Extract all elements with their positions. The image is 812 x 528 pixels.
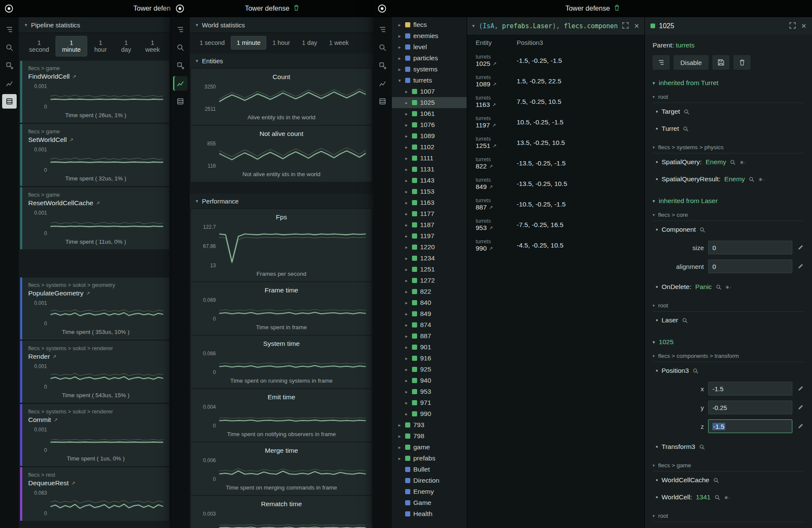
search-icon[interactable] (682, 318, 688, 323)
tree-item[interactable]: Direction (392, 475, 467, 486)
expand-icon[interactable] (404, 145, 409, 150)
component-group-header[interactable]: ▾ flecs > systems > physics (653, 144, 804, 153)
query-result-row[interactable]: turrets 1251 ↗ 13.5, -0.25, 10.5 (467, 133, 644, 153)
entity-link[interactable]: 1089 ↗ (476, 80, 517, 88)
component-value-link[interactable]: Enemy (724, 175, 745, 183)
pipeline-statistics-header[interactable]: ▾ Pipeline statistics (19, 17, 171, 33)
tree-item[interactable]: Bullet (392, 464, 467, 475)
edit-icon[interactable] (797, 245, 804, 251)
tree-item[interactable]: 971 (392, 397, 467, 408)
delete-button[interactable] (733, 55, 750, 70)
expand-icon[interactable] (404, 378, 409, 383)
tree-item[interactable]: 1187 (392, 219, 467, 230)
tree-item[interactable]: level (392, 41, 467, 53)
tree-item[interactable]: 1131 (392, 164, 467, 175)
query-result-row[interactable]: turrets 953 ↗ -7.5, -0.25, 16.5 (467, 215, 644, 235)
expand-icon[interactable] (404, 222, 409, 228)
tree-item[interactable]: particles (392, 53, 467, 64)
tree-item[interactable]: 793 (392, 419, 467, 431)
edit-icon[interactable] (797, 263, 804, 269)
tree-item[interactable]: 849 (392, 308, 467, 319)
query-result-row[interactable]: turrets 1197 ↗ 10.5, -0.25, -1.5 (467, 112, 644, 133)
time-range-tab[interactable]: 1 day (297, 36, 323, 49)
expand-icon[interactable] (397, 422, 402, 428)
value-input[interactable]: 0 (708, 241, 792, 254)
expand-icon[interactable] (404, 356, 409, 361)
query-result-row[interactable]: turrets 990 ↗ -4.5, -0.25, 10.5 (467, 235, 644, 256)
search-icon[interactable] (730, 159, 736, 165)
tree-item[interactable]: Game (392, 497, 467, 508)
entity-link[interactable]: 849 ↗ (476, 183, 517, 191)
tree-icon[interactable] (173, 22, 188, 37)
query-result-row[interactable]: turrets 822 ↗ -13.5, -0.25, -1.5 (467, 153, 644, 174)
component-group-header[interactable]: ▾ flecs > core (653, 212, 804, 221)
stats-icon[interactable] (173, 76, 188, 91)
component-value-link[interactable]: Panic (695, 283, 712, 291)
expand-icon[interactable] (397, 445, 402, 450)
entity-link[interactable]: 1197 ↗ (476, 121, 517, 129)
tree-button[interactable] (653, 55, 670, 70)
expand-icon[interactable] (404, 389, 409, 395)
reflection-icon[interactable]: ∗· (758, 176, 765, 183)
tree-item[interactable]: Health (392, 508, 467, 519)
tree-item[interactable]: 916 (392, 353, 467, 364)
component-value-link[interactable]: Enemy (706, 158, 726, 166)
search-icon[interactable] (713, 478, 719, 483)
tree-item[interactable]: 901 (392, 342, 467, 353)
expand-icon[interactable] (404, 267, 409, 272)
component-group-header[interactable]: ▾ flecs > components > transform (653, 353, 804, 362)
search-icon[interactable] (684, 109, 689, 115)
component-group-header[interactable]: ▾ root (653, 94, 804, 103)
edit-icon[interactable] (797, 423, 804, 429)
component-group-header[interactable]: ▾ root (653, 302, 804, 312)
entity-link[interactable]: 1025 ↗ (476, 60, 517, 68)
expand-icon[interactable] (789, 22, 796, 30)
tree-item[interactable]: 1025 (392, 97, 467, 108)
chevron-down-icon[interactable]: ▾ (472, 23, 475, 29)
search-icon[interactable] (375, 40, 390, 55)
entity-link[interactable]: 1251 ↗ (476, 142, 517, 150)
tree-item[interactable]: 1272 (392, 275, 467, 286)
query-result-row[interactable]: turrets 887 ↗ -10.5, -0.25, -1.5 (467, 194, 644, 215)
tree-item[interactable]: systems (392, 64, 467, 75)
search-icon[interactable] (683, 126, 688, 132)
system-name-link[interactable]: DequeueRest ↗ (28, 479, 163, 487)
tree-item[interactable]: 1197 (392, 230, 467, 242)
expand-icon[interactable] (397, 44, 402, 50)
tree-item[interactable]: 990 (392, 408, 467, 419)
tree-item[interactable]: 1163 (392, 197, 467, 208)
tree-item[interactable]: 1061 (392, 108, 467, 119)
stats-icon[interactable] (2, 76, 17, 91)
entity-link[interactable]: 953 ↗ (476, 224, 517, 232)
time-range-tab[interactable]: 1 hour (267, 36, 295, 49)
reflection-icon[interactable]: ∗· (724, 494, 730, 501)
inspector-section-header[interactable]: ▾ 1025 (653, 338, 804, 346)
stat-section-header[interactable]: ▾ Performance (190, 194, 373, 208)
entity-link[interactable]: 1163 ↗ (476, 101, 517, 109)
inspect-icon[interactable] (173, 58, 188, 73)
value-input[interactable]: -0.25 (708, 401, 792, 414)
tree-item[interactable]: flecs (392, 19, 467, 30)
tree-item[interactable]: 925 (392, 364, 467, 375)
expand-icon[interactable] (397, 78, 402, 83)
tree-item[interactable]: 1143 (392, 175, 467, 186)
system-name-link[interactable]: SetWorldCell ↗ (28, 136, 163, 144)
expand-icon[interactable] (397, 33, 402, 39)
tree-icon[interactable] (2, 22, 17, 37)
tree-item[interactable]: prefabs (392, 453, 467, 464)
query-result-row[interactable]: turrets 1025 ↗ -1.5, -0.25, -1.5 (467, 50, 644, 71)
trash-icon[interactable] (614, 4, 620, 13)
expand-icon[interactable] (404, 278, 409, 283)
expand-icon[interactable] (404, 200, 409, 206)
tree-item[interactable]: 940 (392, 375, 467, 386)
expand-icon[interactable] (404, 300, 409, 306)
expand-icon[interactable] (397, 67, 402, 72)
tree-item[interactable]: 1234 (392, 253, 467, 264)
edit-icon[interactable] (797, 404, 804, 410)
value-input[interactable]: -1.5 (708, 419, 792, 433)
query-result-row[interactable]: turrets 1163 ↗ 7.5, -0.25, 10.5 (467, 91, 644, 112)
expand-icon[interactable] (404, 178, 409, 183)
entity-link[interactable]: 990 ↗ (476, 245, 517, 252)
entity-link[interactable]: 887 ↗ (476, 204, 517, 211)
inspect-icon[interactable] (375, 58, 390, 73)
